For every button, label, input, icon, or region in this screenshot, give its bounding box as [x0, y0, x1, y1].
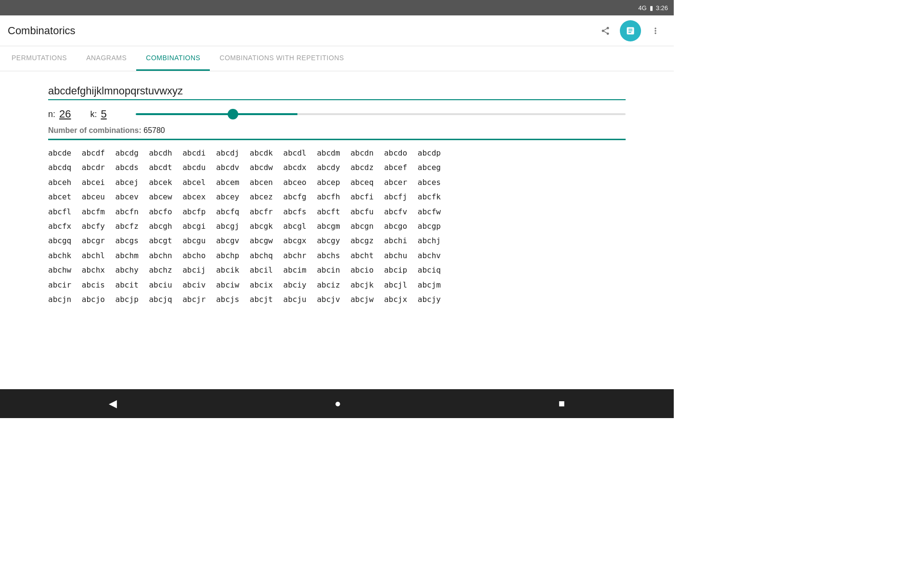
results-divider: [48, 139, 626, 140]
tabs: PERMUTATIONS ANAGRAMS COMBINATIONS COMBI…: [0, 46, 674, 71]
count-label: Number of combinations:: [48, 126, 141, 134]
tab-combinations-repetitions[interactable]: COMBINATIONS WITH REPETITIONS: [210, 46, 353, 71]
count-row: Number of combinations: 65780: [48, 126, 626, 135]
count-value: 65780: [143, 126, 165, 134]
results-area: abcde abcdf abcdg abcdh abcdi abcdj abcd…: [48, 146, 626, 389]
k-slider[interactable]: [136, 113, 626, 115]
status-icons: 4G ▮ 3:26: [638, 4, 668, 12]
slider-container: [136, 113, 626, 115]
battery-icon: ▮: [650, 4, 653, 12]
app-bar: Combinatorics: [0, 15, 674, 46]
n-label: n:: [48, 109, 55, 119]
more-button[interactable]: [645, 20, 666, 41]
input-row: [48, 83, 626, 100]
app-bar-actions: [595, 20, 666, 41]
recent-button[interactable]: ■: [559, 397, 565, 410]
back-button[interactable]: ◀: [109, 397, 117, 410]
notes-button[interactable]: [620, 20, 641, 41]
time: 3:26: [656, 4, 668, 12]
tab-combinations[interactable]: COMBINATIONS: [136, 46, 210, 71]
sequence-input[interactable]: [48, 83, 626, 100]
home-button[interactable]: ●: [334, 397, 341, 410]
controls-row: n: 26 k: 5: [48, 108, 626, 120]
k-label: k:: [90, 109, 97, 119]
signal-icon: 4G: [638, 4, 646, 12]
tab-permutations[interactable]: PERMUTATIONS: [2, 46, 77, 71]
status-bar: 4G ▮ 3:26: [0, 0, 674, 15]
share-button[interactable]: [595, 20, 616, 41]
n-value: 26: [59, 108, 71, 120]
bottom-nav: ◀ ● ■: [0, 389, 674, 418]
tab-anagrams[interactable]: ANAGRAMS: [77, 46, 136, 71]
results-text: abcde abcdf abcdg abcdh abcdi abcdj abcd…: [48, 146, 626, 307]
k-value: 5: [101, 108, 107, 120]
app-title: Combinatorics: [8, 25, 595, 37]
content-area: n: 26 k: 5 Number of combinations: 65780…: [0, 71, 674, 389]
